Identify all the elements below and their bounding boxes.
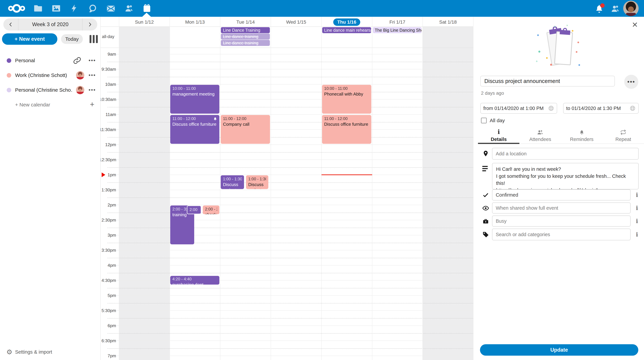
previous-week-button[interactable]: [3, 18, 18, 30]
contacts-menu-icon[interactable]: [610, 4, 620, 13]
allday-event[interactable]: Line dance training: [221, 40, 270, 46]
day-header[interactable]: Thu 1/16: [322, 18, 372, 26]
timezone-globe-icon[interactable]: [630, 105, 636, 111]
calendar-list-item[interactable]: Work (Christine Schott)•••: [0, 68, 100, 83]
timezone-globe-icon[interactable]: [548, 105, 554, 111]
event-title: Phonecall with Abby: [324, 91, 369, 97]
event[interactable]: 1:00 - 1:30Discuss project announcement: [221, 175, 244, 189]
contacts-icon[interactable]: [124, 4, 134, 13]
quarter-slot-line: [107, 333, 473, 334]
all-day-checkbox[interactable]: [481, 118, 487, 123]
talk-icon[interactable]: [88, 4, 98, 13]
active-app-notch: [142, 13, 151, 17]
visibility-select[interactable]: When shared show full event: [492, 202, 630, 214]
event[interactable]: 2:00 - 2:20check-in: [187, 205, 201, 214]
today-button[interactable]: Today: [61, 34, 83, 44]
event-title: management meeting: [172, 91, 217, 97]
tab-reminders[interactable]: Reminders: [561, 127, 602, 143]
allday-event[interactable]: Line dance training: [221, 33, 270, 39]
notifications-bell-icon[interactable]: [594, 4, 604, 13]
time-label: 10:30am: [99, 96, 116, 102]
user-avatar[interactable]: [623, 1, 639, 16]
busy-briefcase-icon: [482, 218, 489, 225]
event[interactable]: 11:00 - 12:00Discuss office furniture: [170, 115, 220, 144]
calendar-icon[interactable]: [142, 4, 152, 13]
event-title-input[interactable]: [480, 76, 615, 86]
freebusy-select[interactable]: Busy: [492, 216, 630, 227]
day-header[interactable]: Sun 1/12: [119, 18, 170, 26]
mail-icon[interactable]: [106, 4, 116, 13]
column-divider: [473, 17, 474, 360]
visibility-info-icon[interactable]: i: [634, 205, 640, 211]
start-datetime-field[interactable]: from 01/14/2020 at 1:00 PM: [480, 103, 557, 114]
tab-repeat[interactable]: Repeat: [602, 127, 644, 143]
event[interactable]: 10:00 - 11:00Phonecall with Abby: [322, 85, 371, 114]
categories-input[interactable]: [492, 229, 630, 240]
event[interactable]: 11:00 - 12:00Discuss office furniture: [322, 115, 371, 144]
calendar-menu-icon[interactable]: •••: [88, 86, 96, 94]
time-label: 7pm: [99, 353, 116, 359]
repeat-icon: [620, 129, 626, 135]
photos-icon[interactable]: [52, 4, 61, 13]
event-illustration: ++ +: [534, 25, 586, 70]
day-header[interactable]: Fri 1/17: [372, 18, 423, 26]
week-label[interactable]: Week 3 of 2020: [18, 21, 82, 27]
tab-details[interactable]: i Details: [478, 127, 520, 143]
quarter-slot-line: [107, 137, 473, 138]
status-select[interactable]: Confirmed: [492, 189, 630, 200]
week-view-switcher-icon[interactable]: [90, 35, 98, 43]
allday-divider: [100, 48, 473, 48]
time-label: 1:30pm: [99, 187, 116, 193]
allday-event[interactable]: Line dance main rehearsal: [322, 27, 371, 33]
status-info-icon[interactable]: i: [634, 192, 640, 198]
all-day-label[interactable]: All day: [490, 118, 505, 123]
calendar-list-item[interactable]: Personal•••: [0, 53, 100, 68]
plus-icon[interactable]: +: [90, 100, 94, 109]
shared-by-avatar: [76, 86, 84, 94]
details-info-icon: i: [498, 129, 500, 135]
day-header[interactable]: Sat 1/18: [422, 18, 473, 26]
update-button[interactable]: Update: [480, 344, 638, 356]
event-time: 10:00 - 11:00: [172, 86, 217, 91]
calendar-menu-icon[interactable]: •••: [88, 56, 96, 64]
time-label: 11am: [99, 111, 116, 117]
allday-event[interactable]: Line Dance Training: [221, 27, 270, 33]
event-time: 1:00 - 1:30: [248, 176, 266, 182]
nextcloud-logo[interactable]: [8, 2, 26, 14]
allday-event[interactable]: The Big Line Dancing Show: [373, 27, 422, 33]
end-datetime-field[interactable]: to 01/14/2020 at 1:30 PM: [563, 103, 639, 114]
day-header[interactable]: Tue 1/14: [220, 18, 271, 26]
event[interactable]: 10:00 - 11:00management meeting: [170, 85, 220, 114]
event[interactable]: 1:00 - 1:30Discuss project: [246, 175, 268, 189]
svg-text:+: +: [536, 59, 538, 63]
day-header[interactable]: Mon 1/13: [170, 18, 220, 26]
event-actions-menu-icon[interactable]: •••: [624, 75, 638, 89]
quarter-slot-line: [107, 62, 473, 62]
description-textarea[interactable]: Hi Carl! are you in next week? I got som…: [492, 163, 639, 189]
last-modified-text: 2 days ago: [481, 90, 504, 96]
calendar-menu-icon[interactable]: •••: [88, 71, 96, 79]
event[interactable]: 4:20 - 4:40purchasing dept: [170, 276, 220, 285]
settings-import[interactable]: ⚙ Settings & import: [0, 347, 100, 357]
calendar-list-item[interactable]: Personal (Christine Scho…•••: [0, 83, 100, 97]
activity-icon[interactable]: [70, 4, 79, 13]
new-calendar-button[interactable]: + New calendar+: [0, 97, 100, 112]
event[interactable]: 11:00 - 12:00Company call: [221, 115, 270, 144]
freebusy-info-icon[interactable]: i: [634, 218, 640, 224]
event[interactable]: 2:00 - 2:20check-in: [203, 205, 219, 214]
top-navigation-bar: [0, 0, 644, 17]
categories-info-icon[interactable]: i: [634, 231, 640, 238]
new-event-button[interactable]: + New event: [2, 33, 57, 45]
files-icon[interactable]: [33, 4, 43, 13]
location-input[interactable]: [492, 148, 639, 160]
next-week-button[interactable]: [82, 18, 97, 30]
column-divider: [271, 17, 271, 360]
time-label: 4pm: [99, 262, 116, 268]
share-link-icon[interactable]: [73, 56, 81, 64]
day-header[interactable]: Wed 1/15: [271, 18, 322, 26]
event-title: Discuss office furniture: [324, 121, 369, 127]
tab-attendees[interactable]: Attendees: [520, 127, 561, 143]
current-time-arrow: [102, 172, 105, 177]
calendar-name: Personal: [15, 58, 72, 63]
close-icon[interactable]: ✕: [632, 20, 638, 29]
